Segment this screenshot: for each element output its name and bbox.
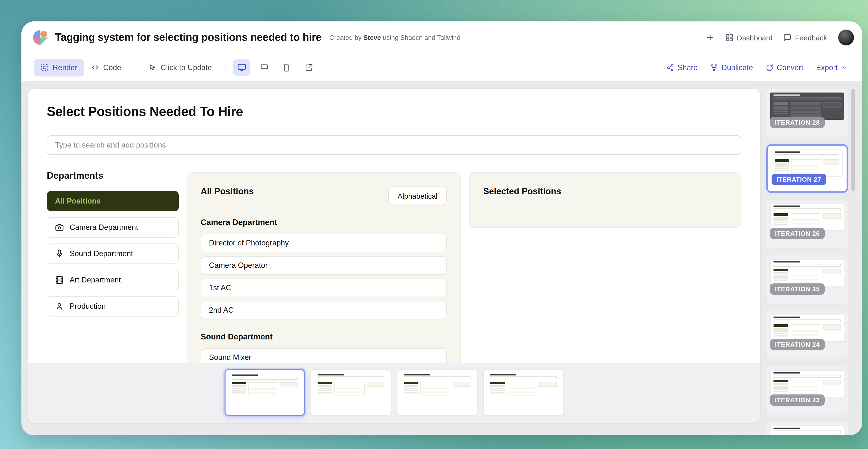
thumbnail-preview	[770, 93, 844, 120]
thumbnail-preview	[770, 259, 844, 286]
toolbar-divider	[225, 61, 226, 74]
grid-icon	[725, 33, 733, 42]
project-title: Tagging system for selecting positions n…	[55, 31, 321, 44]
position-row[interactable]: Sound Mixer	[201, 348, 447, 363]
positions-groups: Camera DepartmentDirector of Photography…	[201, 218, 447, 363]
open-preview-icon[interactable]	[300, 59, 318, 76]
department-label: All Positions	[55, 197, 101, 205]
microphone-icon	[55, 249, 64, 258]
user-avatar[interactable]	[838, 29, 855, 46]
editor-content: Select Positions Needed To Hire Departme…	[22, 81, 862, 436]
all-positions-header: All Positions Alphabetical	[201, 187, 447, 205]
convert-label: Convert	[777, 63, 803, 72]
version-thumbnail[interactable]	[311, 369, 391, 416]
position-group-title: Camera Department	[201, 218, 447, 227]
plus-icon	[706, 33, 714, 42]
department-label: Camera Department	[70, 223, 138, 232]
convert-button[interactable]: Convert	[766, 63, 803, 72]
iteration-badge: ITERATION 23	[770, 394, 825, 406]
rendered-app: Select Positions Needed To Hire Departme…	[28, 89, 760, 363]
iteration-thumbnail[interactable]: ITERATION 26	[766, 200, 848, 248]
feedback-button[interactable]: Feedback	[783, 33, 827, 42]
iteration-thumbnail[interactable]: ITERATION 24	[766, 311, 848, 359]
version-carousel	[28, 363, 760, 423]
department-label: Production	[70, 302, 106, 311]
departments-list: All Positions Camera Department Sound De…	[47, 191, 179, 317]
code-icon	[91, 63, 99, 72]
iteration-thumbnail[interactable]: ITERATION 25	[766, 255, 848, 304]
iteration-badge: ITERATION 24	[770, 339, 825, 350]
page: Tagging system for selecting positions n…	[0, 0, 868, 449]
code-tab[interactable]: Code	[84, 59, 128, 76]
position-group-title: Sound Department	[201, 332, 447, 341]
thumbnail-preview	[770, 315, 844, 342]
sort-alphabetical-button[interactable]: Alphabetical	[389, 187, 447, 205]
all-positions-heading: All Positions	[201, 187, 254, 197]
toolbar-divider	[135, 61, 135, 74]
camera-icon	[55, 223, 64, 232]
selected-positions-heading: Selected Positions	[483, 187, 727, 197]
dashboard-label: Dashboard	[737, 33, 773, 42]
render-icon	[40, 63, 49, 72]
duplicate-button[interactable]: Duplicate	[710, 63, 753, 72]
film-icon	[55, 276, 64, 284]
new-project-button[interactable]	[706, 33, 714, 42]
share-icon	[666, 64, 674, 71]
department-label: Sound Department	[70, 249, 133, 258]
render-label: Render	[53, 63, 78, 72]
department-button[interactable]: Production	[47, 296, 179, 317]
thumbnail-preview	[315, 373, 387, 398]
iteration-thumbnail[interactable]: ITERATION 28	[766, 89, 848, 137]
version-thumbnail[interactable]	[397, 369, 477, 416]
iteration-thumbnail[interactable]	[766, 422, 848, 436]
all-positions-panel: All Positions Alphabetical Camera Depart…	[187, 172, 461, 363]
iteration-badge: ITERATION 26	[770, 228, 825, 239]
department-label: Art Department	[70, 276, 121, 284]
app-header: Tagging system for selecting positions n…	[22, 22, 862, 54]
iteration-badge: ITERATION 25	[770, 283, 825, 295]
scrollbar-thumb[interactable]	[851, 89, 855, 191]
iteration-badge: ITERATION 28	[770, 117, 825, 128]
cursor-icon	[149, 64, 157, 71]
department-button[interactable]: All Positions	[47, 191, 179, 211]
departments-heading: Departments	[47, 170, 179, 181]
search-input[interactable]	[47, 135, 741, 155]
version-thumbnail[interactable]	[483, 369, 564, 416]
thumbnail-preview	[770, 426, 844, 436]
code-label: Code	[103, 63, 121, 72]
click-to-update-button[interactable]: Click to Update	[142, 59, 219, 76]
iteration-badge: ITERATION 27	[772, 174, 826, 185]
page-title: Select Positions Needed To Hire	[47, 104, 243, 119]
person-icon	[55, 302, 64, 311]
fork-icon	[710, 64, 718, 71]
iteration-thumbnail[interactable]: ITERATION 23	[766, 366, 848, 415]
refresh-icon	[766, 64, 774, 71]
thumbnail-preview	[770, 370, 844, 397]
version-thumbnail[interactable]	[224, 369, 305, 416]
department-button[interactable]: Camera Department	[47, 217, 179, 238]
magic-patterns-logo-icon[interactable]	[33, 30, 48, 45]
app-window: Tagging system for selecting positions n…	[22, 22, 862, 436]
thumbnail-preview	[770, 203, 844, 231]
position-row[interactable]: 2nd AC	[201, 301, 447, 319]
export-button[interactable]: Export	[816, 63, 847, 72]
thumbnail-preview	[229, 373, 301, 398]
laptop-preview-button[interactable]	[255, 59, 273, 76]
share-label: Share	[678, 63, 698, 72]
department-button[interactable]: Sound Department	[47, 244, 179, 264]
position-row[interactable]: 1st AC	[201, 279, 447, 297]
position-row[interactable]: Director of Photography	[201, 234, 447, 252]
render-tab[interactable]: Render	[34, 59, 84, 76]
position-row[interactable]: Camera Operator	[201, 256, 447, 275]
iteration-thumbnail[interactable]: ITERATION 27	[766, 144, 848, 193]
desktop-preview-button[interactable]	[233, 59, 250, 76]
mobile-preview-button[interactable]	[278, 59, 295, 76]
preview-canvas: Select Positions Needed To Hire Departme…	[28, 89, 760, 423]
click-to-update-label: Click to Update	[161, 63, 212, 72]
dashboard-button[interactable]: Dashboard	[725, 33, 773, 42]
feedback-label: Feedback	[795, 33, 827, 42]
share-button[interactable]: Share	[666, 63, 698, 72]
versions-list	[224, 369, 564, 416]
thumbnail-preview	[487, 373, 560, 398]
department-button[interactable]: Art Department	[47, 270, 179, 290]
